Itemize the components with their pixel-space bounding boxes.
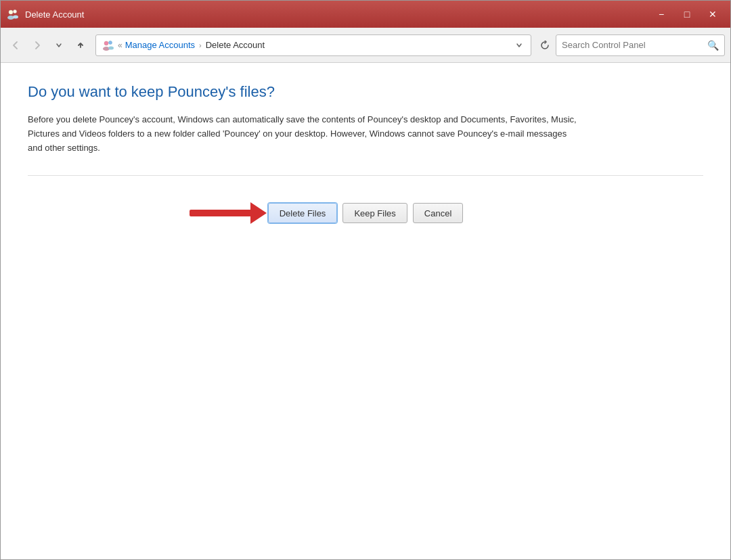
minimize-button[interactable]: − bbox=[649, 5, 673, 24]
window: Delete Account − □ ✕ bbox=[0, 0, 731, 560]
breadcrumb-separator: › bbox=[199, 41, 202, 49]
svg-point-0 bbox=[9, 10, 13, 14]
svg-point-1 bbox=[14, 10, 17, 14]
address-dropdown-button[interactable] bbox=[513, 42, 525, 49]
breadcrumb-parent[interactable]: Manage Accounts bbox=[125, 40, 195, 50]
search-bar[interactable]: 🔍 bbox=[556, 34, 725, 56]
close-button[interactable]: ✕ bbox=[701, 5, 725, 24]
delete-files-button[interactable]: Delete Files bbox=[268, 203, 338, 223]
back-button[interactable] bbox=[6, 36, 25, 55]
breadcrumb-current: Delete Account bbox=[206, 40, 265, 50]
divider bbox=[28, 175, 703, 176]
svg-point-7 bbox=[108, 46, 114, 49]
search-icon: 🔍 bbox=[707, 40, 719, 51]
up-button[interactable] bbox=[71, 36, 90, 55]
refresh-button[interactable] bbox=[537, 37, 553, 53]
arrow-head bbox=[250, 202, 267, 224]
address-text: « Manage Accounts › Delete Account bbox=[118, 40, 513, 50]
maximize-button[interactable]: □ bbox=[675, 5, 699, 24]
title-bar-buttons: − □ ✕ bbox=[649, 5, 725, 24]
button-row: Delete Files Keep Files Cancel bbox=[28, 196, 703, 230]
breadcrumb-prefix: « bbox=[118, 41, 123, 50]
nav-bar: « Manage Accounts › Delete Account 🔍 bbox=[1, 28, 730, 63]
svg-point-4 bbox=[104, 41, 108, 45]
address-icon bbox=[102, 39, 115, 52]
forward-button[interactable] bbox=[28, 36, 47, 55]
window-title: Delete Account bbox=[25, 9, 649, 20]
main-content: Do you want to keep Pouncey's files? Bef… bbox=[1, 63, 730, 559]
address-bar[interactable]: « Manage Accounts › Delete Account bbox=[95, 34, 531, 56]
svg-point-3 bbox=[13, 16, 18, 19]
svg-point-5 bbox=[109, 41, 112, 44]
arrow-container: Delete Files bbox=[268, 203, 338, 223]
page-heading: Do you want to keep Pouncey's files? bbox=[28, 83, 703, 101]
description-text: Before you delete Pouncey's account, Win… bbox=[28, 113, 583, 155]
window-icon bbox=[6, 7, 20, 21]
red-arrow bbox=[190, 202, 267, 224]
arrow-shaft bbox=[190, 210, 250, 216]
search-input[interactable] bbox=[562, 40, 707, 50]
dropdown-button[interactable] bbox=[49, 36, 68, 55]
cancel-button[interactable]: Cancel bbox=[413, 203, 463, 223]
keep-files-button[interactable]: Keep Files bbox=[342, 203, 407, 223]
title-bar: Delete Account − □ ✕ bbox=[1, 1, 730, 28]
